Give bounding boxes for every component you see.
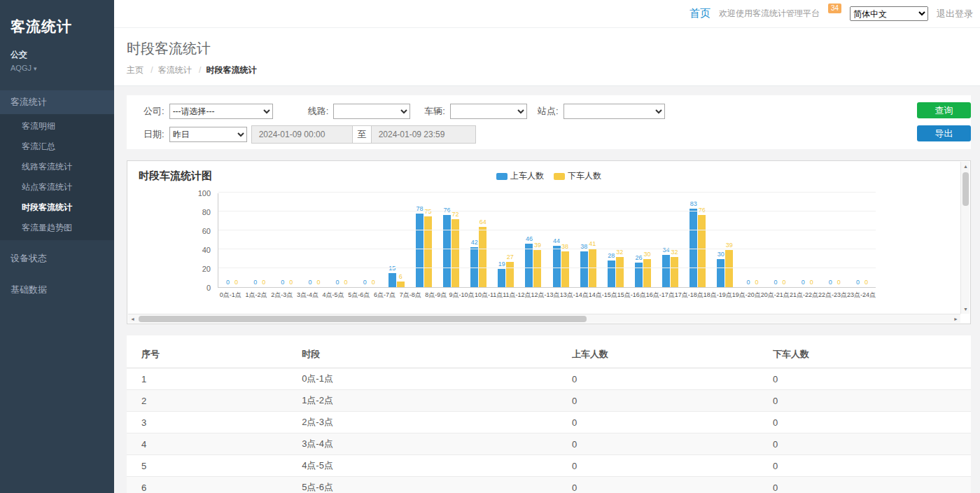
gridline: [218, 211, 876, 211]
export-button[interactable]: 导出: [917, 125, 971, 141]
legend-item-boarding[interactable]: 上车人数: [496, 170, 544, 182]
table-cell: 0: [758, 368, 971, 390]
sidebar-item-station-stats[interactable]: 站点客流统计: [0, 177, 114, 197]
table-row: 21点-2点00: [127, 390, 971, 412]
bar-group: 00: [794, 193, 821, 287]
y-axis-tick-label: 80: [202, 208, 211, 216]
bar-column: 0: [827, 193, 834, 287]
table-cell: 0: [557, 368, 758, 390]
station-select[interactable]: [564, 104, 665, 119]
bar-value-label: 64: [479, 218, 486, 225]
bar-column: 30: [643, 193, 651, 287]
company-select[interactable]: ---请选择---: [169, 104, 273, 119]
bar-value-label: 0: [372, 279, 375, 286]
end-date-input[interactable]: [371, 125, 476, 144]
date-preset-select[interactable]: 昨日: [169, 127, 247, 142]
horizontal-scroll-thumb[interactable]: [139, 316, 587, 322]
data-table-panel: 序号 时段 上车人数 下车人数 10点-1点0021点-2点0032点-3点00…: [127, 335, 971, 493]
query-button[interactable]: 查询: [917, 102, 971, 118]
bar-column: 0: [306, 193, 314, 287]
sidebar-item-flow-summary[interactable]: 客流汇总: [0, 137, 114, 157]
table-header-period: 时段: [287, 342, 557, 368]
line-select[interactable]: [333, 104, 410, 119]
bar-column: 0: [361, 193, 369, 287]
sidebar-item-line-stats[interactable]: 线路客流统计: [0, 157, 114, 177]
bar-column: 38: [580, 193, 588, 287]
x-axis-label: 12点-13点: [531, 288, 560, 300]
user-name: AQGJ: [10, 64, 31, 72]
x-axis-label: 14点-15点: [589, 288, 617, 300]
data-table: 序号 时段 上车人数 下车人数 10点-1点0021点-2点0032点-3点00…: [127, 342, 971, 493]
bar-column: 0: [752, 193, 760, 287]
sidebar-item-trend-chart[interactable]: 客流量趋势图: [0, 218, 114, 238]
bar-value-label: 0: [253, 279, 257, 286]
vertical-scroll-thumb[interactable]: [962, 172, 969, 206]
breadcrumb-passenger-stats[interactable]: 客流统计: [146, 65, 191, 75]
bar-value-label: 0: [336, 279, 340, 286]
gridline: [218, 192, 876, 193]
bar-column: 28: [608, 193, 615, 287]
bar-group: 2630: [629, 193, 657, 287]
table-row: 32点-3点00: [127, 412, 971, 433]
bar-column: 0: [251, 193, 259, 287]
notification-badge[interactable]: 34: [828, 4, 841, 13]
table-cell: 5点-6点: [287, 477, 557, 493]
bar-column: 0: [314, 193, 322, 287]
language-select[interactable]: 简体中文: [850, 6, 928, 21]
bar-value-label: 27: [507, 254, 514, 261]
x-axis-label: 9点-10点: [449, 288, 475, 300]
bar: [443, 215, 451, 287]
bar-chart: 020406080100 000000000000156787576724264…: [139, 193, 959, 300]
scroll-right-arrow-icon[interactable]: ►: [951, 314, 960, 324]
vehicle-select[interactable]: [450, 104, 527, 119]
bar-column: 26: [635, 193, 643, 287]
bar-group: 4639: [519, 193, 547, 287]
table-cell: 5: [127, 455, 287, 477]
chart-vertical-scrollbar[interactable]: ▲ ▼: [960, 162, 969, 314]
bar-column: 0: [799, 193, 807, 287]
scroll-up-arrow-icon[interactable]: ▲: [961, 162, 970, 171]
home-link[interactable]: 首页: [690, 7, 710, 20]
bar-value-label: 0: [746, 279, 750, 286]
bar: [533, 250, 541, 287]
date-label: 日期:: [144, 128, 164, 141]
x-axis-label: 4点-5点: [321, 288, 346, 300]
breadcrumb-home[interactable]: 主页: [127, 65, 144, 75]
x-axis-label: 21点-22点: [790, 288, 818, 300]
bar: [416, 214, 424, 287]
scroll-down-arrow-icon[interactable]: ▼: [961, 305, 970, 314]
table-header-boarding: 上车人数: [557, 342, 758, 368]
bar-column: 6: [397, 193, 405, 287]
sidebar-item-flow-detail[interactable]: 客流明细: [0, 116, 114, 137]
logout-link[interactable]: 退出登录: [937, 8, 973, 20]
scroll-left-arrow-icon[interactable]: ◄: [128, 314, 137, 324]
bar-column: 76: [443, 193, 451, 287]
bar-group: 00: [356, 193, 383, 287]
bar-value-label: 0: [363, 279, 367, 286]
table-cell: 1点-2点: [287, 390, 557, 412]
y-axis: 020406080100: [139, 193, 218, 300]
legend-item-alighting[interactable]: 下车人数: [554, 170, 601, 182]
bar-value-label: 19: [498, 261, 505, 268]
y-axis-tick-label: 40: [202, 246, 211, 254]
legend-label-alighting: 下车人数: [568, 170, 601, 182]
sidebar-item-period-stats[interactable]: 时段客流统计: [0, 197, 114, 218]
table-cell: 0: [557, 433, 758, 455]
x-axis-label: 5点-6点: [346, 288, 372, 300]
start-date-input[interactable]: [251, 125, 353, 144]
sidebar-item-base-data[interactable]: 基础数据: [0, 277, 114, 303]
bar-value-label: 32: [616, 249, 623, 256]
chart-horizontal-scrollbar[interactable]: ◄ ►: [128, 314, 960, 323]
sidebar-item-passenger-stats[interactable]: 客流统计: [0, 90, 114, 114]
table-cell: 1: [127, 368, 287, 390]
x-axis-label: 8点-9点: [424, 288, 449, 300]
y-axis-tick-label: 20: [202, 265, 211, 273]
bar-group: 8376: [684, 193, 711, 287]
bar-value-label: 83: [690, 200, 697, 207]
company-label: 公司:: [144, 105, 164, 118]
user-menu[interactable]: AQGJ▾: [10, 64, 104, 72]
page-heading: 时段客流统计 主页 客流统计 时段客流统计: [114, 28, 980, 86]
x-axis-label: 16点-17点: [646, 288, 675, 300]
sidebar-item-device-status[interactable]: 设备状态: [0, 245, 114, 272]
bar-group: 00: [273, 193, 300, 287]
